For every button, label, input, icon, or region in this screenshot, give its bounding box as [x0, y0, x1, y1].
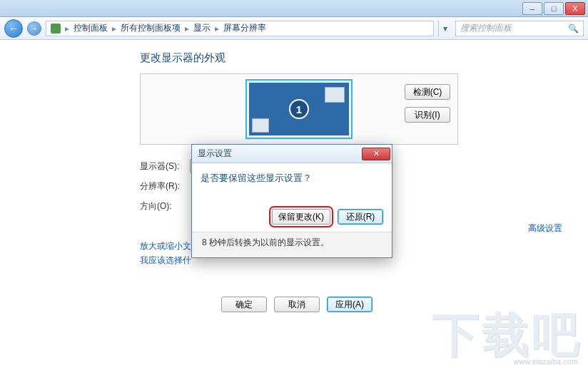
modal-overlay: 显示设置 ✕ 是否要保留这些显示设置？ 保留更改(K) 还原(R) 8 秒钟后转… [0, 0, 588, 370]
dialog-countdown: 8 秒钟后转换为以前的显示设置。 [192, 232, 392, 257]
dialog-question: 是否要保留这些显示设置？ [201, 172, 383, 185]
display-settings-dialog: 显示设置 ✕ 是否要保留这些显示设置？ 保留更改(K) 还原(R) 8 秒钟后转… [191, 144, 392, 258]
dialog-title: 显示设置 [198, 148, 232, 160]
revert-button[interactable]: 还原(R) [338, 209, 383, 225]
dialog-titlebar: 显示设置 ✕ [192, 145, 392, 163]
dialog-close-button[interactable]: ✕ [362, 148, 390, 160]
keep-changes-button[interactable]: 保留更改(K) [272, 209, 330, 225]
dialog-buttons: 保留更改(K) 还原(R) [192, 209, 392, 232]
dialog-body: 是否要保留这些显示设置？ [192, 163, 392, 209]
